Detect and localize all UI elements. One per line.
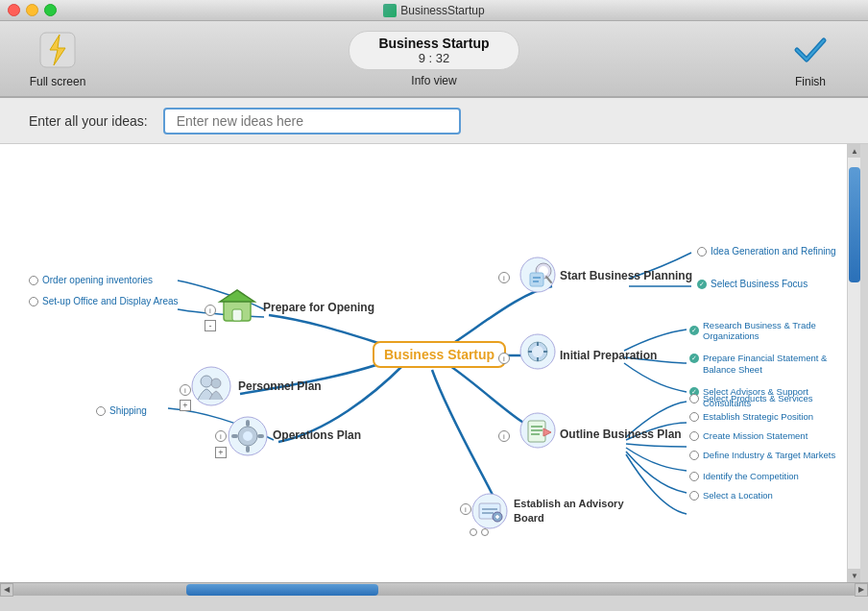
personnel-icon [190, 365, 232, 407]
svg-rect-41 [232, 309, 242, 321]
status-circle [689, 412, 699, 422]
scroll-track-h [13, 583, 855, 597]
operations-label: Operations Plan [273, 428, 361, 442]
expand-button-prepare[interactable]: - [205, 320, 216, 331]
status-circle [689, 431, 699, 441]
scroll-right-arrow[interactable]: ▶ [855, 583, 868, 597]
window-controls[interactable] [8, 4, 57, 16]
mindmap-canvas: Business Startup Start Business Planning… [0, 144, 860, 582]
svg-rect-33 [246, 446, 250, 452]
initial-prep-label: Initial Preparation [560, 349, 657, 362]
status-circle [29, 276, 38, 285]
svg-rect-6 [530, 273, 543, 286]
child-label: Order opening inventories [42, 275, 153, 285]
outline-plan-icon [518, 411, 557, 450]
advisory-dots [470, 528, 489, 536]
ideas-label: Enter all your ideas: [29, 113, 148, 129]
status-check: ✓ [697, 280, 707, 289]
title-bar: BusinessStartup [0, 0, 868, 21]
info-view: Business Startup 9 : 32 Info view [349, 31, 518, 87]
child-label: Select Products & Services [703, 393, 813, 403]
close-button[interactable] [8, 4, 20, 16]
start-business-icon [518, 256, 557, 294]
personnel-label: Personnel Plan [238, 379, 322, 393]
toolbar: Full screen Business Startup 9 : 32 Info… [0, 21, 868, 98]
scroll-thumb-h[interactable] [186, 584, 378, 596]
svg-point-11 [532, 346, 543, 357]
app-title: Business Startup [378, 36, 489, 51]
expand-button-personnel[interactable]: + [180, 400, 191, 411]
scroll-down-arrow[interactable]: ▼ [848, 569, 860, 582]
initial-prep-icon [518, 332, 557, 371]
window-title: BusinessStartup [383, 4, 484, 17]
advisory-icon [470, 492, 509, 530]
info-badge-initial: i [498, 353, 510, 364]
scroll-thumb-v[interactable] [849, 167, 860, 282]
child-idea-gen: Idea Generation and Refining [697, 246, 836, 257]
child-industry: Define Industry & Target Markets [689, 450, 835, 460]
child-setup-office: Set-up Office and Display Areas [29, 296, 179, 306]
info-badge-prepare: i [205, 305, 216, 316]
app-icon [383, 4, 397, 17]
child-label: Select Business Focus [711, 279, 808, 289]
status-circle [689, 394, 699, 403]
horizontal-scrollbar[interactable]: ◀ ▶ [0, 582, 868, 596]
prepare-opening-icon [216, 286, 258, 329]
maximize-button[interactable] [44, 4, 57, 16]
child-label: Establish Strategic Position [703, 411, 813, 422]
svg-rect-35 [257, 434, 264, 438]
child-location: Select a Location [689, 490, 773, 501]
svg-rect-32 [246, 420, 250, 427]
child-select-products: Select Products & Services [689, 393, 813, 403]
child-strategic: Establish Strategic Position [689, 411, 813, 422]
svg-point-37 [201, 376, 212, 387]
child-mission: Create Mission Statement [689, 430, 808, 441]
svg-point-31 [243, 431, 253, 441]
info-badge-outline: i [498, 430, 510, 442]
fullscreen-label: Full screen [30, 75, 86, 88]
scroll-left-arrow[interactable]: ◀ [0, 583, 13, 597]
finish-button[interactable]: Finish [772, 29, 849, 88]
child-label: Prepare Financial Statement &Balance She… [703, 353, 827, 377]
minimize-button[interactable] [26, 4, 38, 16]
status-check: ✓ [689, 326, 699, 335]
info-pill: Business Startup 9 : 32 [349, 31, 518, 70]
info-badge-personnel: i [180, 384, 191, 396]
center-node: Business Startup [373, 341, 506, 368]
status-circle [689, 472, 699, 481]
status-circle [96, 406, 106, 416]
vertical-scrollbar[interactable]: ▲ ▼ [847, 144, 860, 582]
child-research: ✓ Research Business & TradeOrganizations [689, 320, 816, 341]
child-label: Research Business & TradeOrganizations [703, 320, 816, 341]
outline-plan-label: Outline Business Plan [560, 428, 682, 441]
advisory-label: Establish an AdvisoryBoard [514, 497, 624, 526]
expand-button-operations[interactable]: + [215, 447, 227, 458]
child-label: Set-up Office and Display Areas [42, 296, 179, 306]
status-check: ✓ [689, 354, 699, 363]
svg-point-38 [211, 379, 221, 388]
child-label: Shipping [109, 405, 147, 416]
status-circle [689, 451, 699, 460]
info-badge-advisory: i [460, 503, 471, 515]
child-label: Identify the Competition [703, 471, 799, 481]
child-order-inventories: Order opening inventories [29, 275, 153, 285]
child-competition: Identify the Competition [689, 471, 799, 481]
svg-marker-40 [220, 290, 254, 302]
status-circle [29, 297, 38, 306]
child-label: Create Mission Statement [703, 430, 808, 441]
info-badge-operations: i [215, 430, 227, 442]
ideas-bar: Enter all your ideas: [0, 98, 868, 144]
timer: 9 : 32 [378, 51, 489, 65]
child-shipping: Shipping [96, 405, 147, 416]
ideas-input[interactable] [163, 108, 461, 134]
child-label: Define Industry & Target Markets [703, 450, 835, 460]
start-business-label: Start Business Planning [560, 269, 692, 282]
info-badge-start: i [498, 272, 510, 283]
fullscreen-button[interactable]: Full screen [19, 29, 96, 88]
finish-icon [789, 29, 832, 71]
main-area: Business Startup Start Business Planning… [0, 144, 868, 582]
status-circle [689, 491, 699, 501]
status-circle [697, 247, 707, 257]
scroll-up-arrow[interactable]: ▲ [848, 144, 860, 158]
finish-label: Finish [795, 75, 826, 88]
